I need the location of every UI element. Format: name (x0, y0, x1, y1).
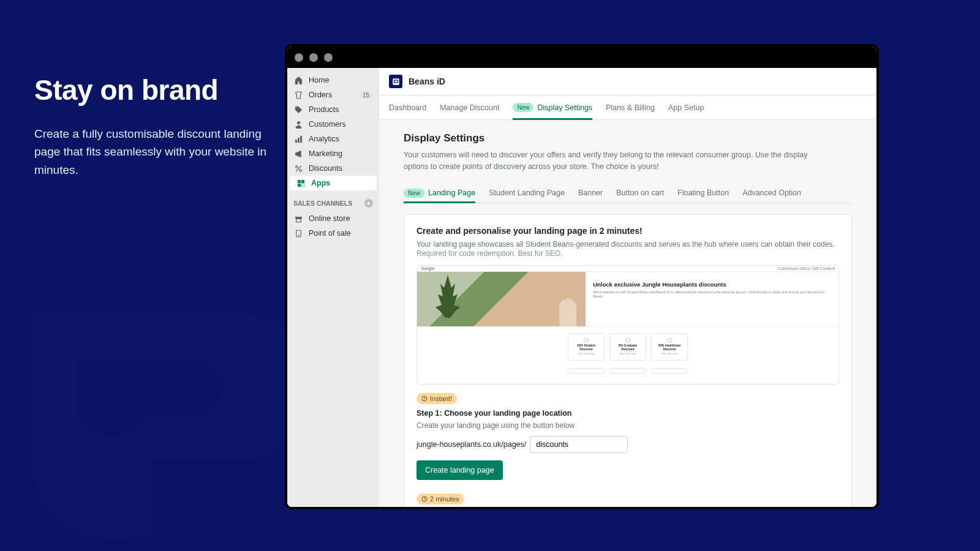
window-titlebar (287, 47, 876, 68)
tab-manage-discount[interactable]: Manage Discount (440, 96, 499, 119)
svg-line-6 (296, 166, 301, 171)
subtab-floating-button[interactable]: Floating Button (677, 184, 729, 203)
card-note: Required for code redemption. Best for S… (417, 249, 839, 258)
svg-rect-3 (300, 136, 301, 143)
products-icon (293, 105, 303, 114)
apps-icon (296, 178, 306, 188)
sidebar-item-marketing[interactable]: Marketing (287, 146, 379, 161)
step1-desc: Create your landing page using the butto… (417, 421, 839, 430)
home-icon (293, 75, 303, 85)
discounts-icon (293, 163, 303, 173)
svg-rect-9 (298, 184, 301, 187)
clock-icon (421, 395, 428, 402)
sidebar-item-customers[interactable]: Customers (287, 117, 379, 132)
orders-icon (293, 90, 303, 100)
tab-display-settings[interactable]: New Display Settings (513, 96, 592, 119)
svg-rect-10 (301, 184, 304, 187)
landing-page-slug-input[interactable] (530, 436, 628, 453)
new-pill: New (513, 103, 533, 112)
two-minutes-pill: 2 minutes (417, 493, 464, 504)
window-dot-minimize[interactable] (309, 53, 318, 62)
card-subtitle: Your landing page showcases all Student … (417, 239, 839, 250)
analytics-icon (293, 134, 303, 144)
customers-icon (293, 119, 303, 129)
sidebar-item-apps[interactable]: Apps (290, 176, 377, 190)
sidebar-item-analytics[interactable]: Analytics (287, 132, 379, 146)
main-tabs: Dashboard Manage Discount New Display Se… (379, 96, 876, 120)
svg-point-4 (295, 165, 298, 168)
display-subtabs: New Landing Page Student Landing Page Ba… (404, 184, 852, 203)
svg-rect-2 (298, 138, 299, 143)
svg-rect-1 (295, 140, 296, 143)
subtab-advanced[interactable]: Advanced Option (742, 184, 801, 203)
tab-dashboard[interactable]: Dashboard (389, 96, 426, 119)
instant-pill: Instant! (417, 393, 457, 404)
page-description: Your customers will need to discover you… (404, 149, 820, 173)
sidebar-channel-pos[interactable]: Point of sale (287, 226, 379, 241)
add-channel-button[interactable]: + (364, 199, 373, 208)
tab-app-setup[interactable]: App Setup (668, 96, 704, 119)
sidebar-item-orders[interactable]: Orders 15 (287, 88, 379, 102)
step1-title: Step 1: Choose your landing page locatio… (417, 409, 839, 418)
brand-watermark-icon (0, 269, 288, 551)
subtab-student-landing[interactable]: Student Landing Page (489, 184, 565, 203)
clock-icon (421, 496, 428, 502)
hero-title: Stay on brand (34, 73, 267, 107)
svg-point-5 (299, 169, 301, 171)
sidebar-item-discounts[interactable]: Discounts (287, 161, 379, 176)
pos-icon (293, 228, 303, 238)
sidebar-item-home[interactable]: Home (287, 73, 379, 88)
app-logo-icon (389, 75, 402, 88)
admin-sidebar: Home Orders 15 Products Customers Analyt… (287, 68, 379, 507)
url-prefix: jungle-houseplants.co.uk/pages/ (417, 440, 526, 449)
window-dot-close[interactable] (295, 53, 303, 62)
subtab-banner[interactable]: Banner (578, 184, 603, 203)
svg-point-13 (298, 234, 299, 236)
subtab-landing-page[interactable]: New Landing Page (404, 184, 475, 203)
sidebar-channel-online-store[interactable]: Online store (287, 211, 379, 226)
page-title: Display Settings (404, 132, 852, 144)
svg-point-0 (297, 121, 300, 124)
create-landing-page-button[interactable]: Create landing page (417, 460, 503, 480)
card-title: Create and personalise your landing page… (417, 226, 839, 236)
svg-rect-11 (296, 219, 301, 222)
svg-rect-8 (301, 180, 304, 183)
tab-plans-billing[interactable]: Plans & Billing (606, 96, 655, 119)
new-pill: New (404, 189, 424, 198)
app-name: Beans iD (409, 77, 445, 86)
sales-channels-label: SALES CHANNELS (293, 200, 352, 207)
svg-rect-7 (298, 180, 301, 183)
app-window: Home Orders 15 Products Customers Analyt… (285, 44, 879, 509)
orders-badge: 15 (359, 91, 373, 99)
app-header: Beans iD (379, 68, 876, 96)
hero-subtitle: Create a fully customisable discount lan… (34, 125, 267, 179)
subtab-button-cart[interactable]: Button on cart (616, 184, 664, 203)
sidebar-item-products[interactable]: Products (287, 102, 379, 117)
landing-page-card: Create and personalise your landing page… (404, 214, 852, 508)
marketing-icon (293, 149, 303, 159)
store-icon (293, 214, 303, 223)
landing-page-preview: JungleCollections Décor Gift Content Unl… (417, 265, 839, 384)
window-dot-zoom[interactable] (324, 53, 333, 62)
